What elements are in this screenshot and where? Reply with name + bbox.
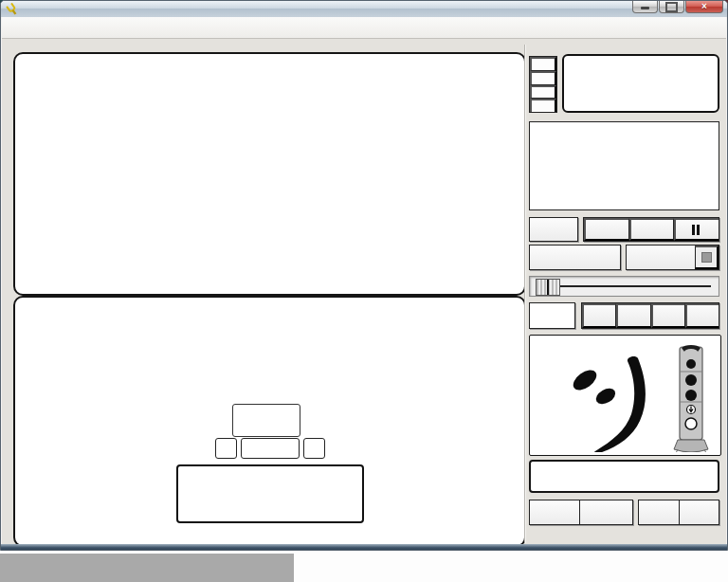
minimize-icon bbox=[641, 7, 649, 9]
tuning-fork-icon bbox=[6, 3, 19, 16]
reference-pitch-display bbox=[241, 438, 300, 459]
forward-button[interactable] bbox=[629, 218, 675, 241]
pause-icon bbox=[692, 225, 700, 235]
level-arrow-stack bbox=[529, 56, 557, 113]
titlebar: × bbox=[1, 1, 727, 17]
slider-track bbox=[537, 285, 711, 287]
pause-button[interactable] bbox=[674, 218, 719, 241]
column-divider bbox=[524, 45, 526, 543]
pitch-step-buttons bbox=[581, 302, 719, 329]
pitch-up-button[interactable] bbox=[685, 303, 719, 328]
spectrum-panel bbox=[13, 52, 526, 296]
spectrum-chart bbox=[15, 54, 520, 290]
clear-memory-button[interactable] bbox=[529, 217, 578, 242]
key-next-button[interactable] bbox=[679, 500, 719, 525]
note-display bbox=[232, 404, 300, 437]
fingering-chart bbox=[530, 336, 718, 452]
close-icon: × bbox=[701, 2, 707, 11]
transport-controls bbox=[583, 217, 719, 242]
level-history-meter bbox=[529, 121, 719, 210]
close-button[interactable]: × bbox=[685, 1, 723, 13]
app-window: × bbox=[0, 0, 728, 551]
window-controls: × bbox=[631, 1, 723, 13]
load-button[interactable] bbox=[627, 246, 695, 269]
reference-up-button[interactable] bbox=[303, 438, 325, 459]
instrument-button-left[interactable] bbox=[529, 500, 580, 525]
menu-file[interactable] bbox=[8, 25, 23, 30]
stop-square-icon bbox=[701, 252, 712, 263]
notation-glyph bbox=[570, 356, 646, 452]
reference-pitch-row bbox=[15, 438, 524, 459]
slider-handle[interactable] bbox=[536, 279, 560, 296]
menu-instrument[interactable] bbox=[53, 25, 68, 30]
menu-help[interactable] bbox=[68, 25, 83, 30]
level-down-button[interactable] bbox=[530, 85, 556, 100]
level-down-fast-button[interactable] bbox=[530, 99, 556, 112]
reference-down-button[interactable] bbox=[215, 438, 237, 459]
pitch-down-plus-button[interactable] bbox=[616, 303, 650, 328]
level-up-button[interactable] bbox=[530, 71, 556, 85]
playback-slider[interactable] bbox=[529, 276, 719, 297]
save-button[interactable] bbox=[529, 245, 621, 270]
instrument-display bbox=[529, 460, 719, 493]
menu-option[interactable] bbox=[23, 25, 38, 30]
pitch-down-button[interactable] bbox=[582, 303, 616, 328]
key-previous-button[interactable] bbox=[638, 500, 680, 525]
load-group bbox=[626, 245, 719, 270]
rewind-button[interactable] bbox=[584, 218, 629, 241]
frequency-display bbox=[176, 464, 364, 523]
minimize-button[interactable] bbox=[632, 1, 658, 13]
fingering-chart-panel bbox=[529, 335, 721, 456]
maximize-button[interactable] bbox=[659, 1, 684, 13]
instrument-button-right[interactable] bbox=[579, 500, 633, 525]
watermark bbox=[0, 554, 294, 582]
maximize-icon bbox=[665, 2, 678, 12]
menubar bbox=[2, 17, 726, 39]
load-stop-button[interactable] bbox=[695, 246, 719, 269]
db-display bbox=[562, 54, 719, 113]
level-up-fast-button[interactable] bbox=[530, 57, 556, 71]
pitch-up-plus-button[interactable] bbox=[651, 303, 685, 328]
screen: × bbox=[0, 0, 728, 582]
tuner-gauge-panel bbox=[13, 296, 526, 547]
menu-display[interactable] bbox=[38, 25, 53, 30]
flute-drawing bbox=[674, 345, 708, 452]
window-bottom-edge bbox=[1, 544, 727, 550]
octave-display bbox=[529, 302, 575, 329]
